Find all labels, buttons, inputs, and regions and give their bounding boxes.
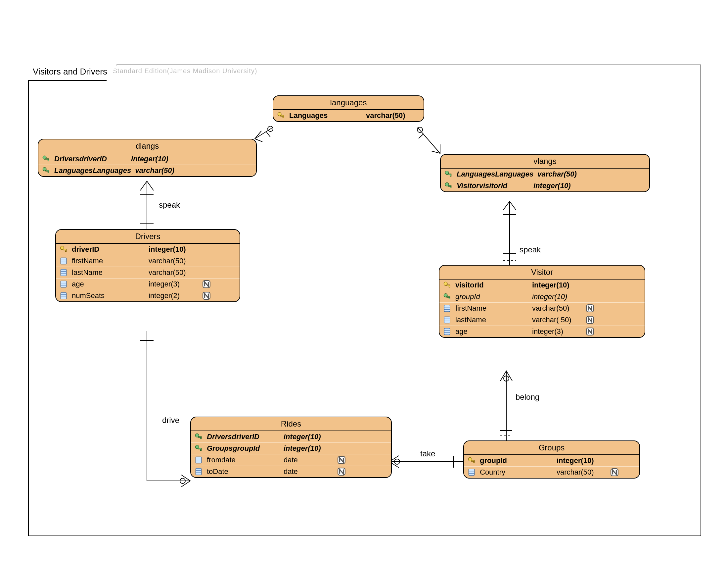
foreign-key-icon: [443, 293, 451, 301]
label-belong: belong: [516, 393, 539, 402]
column-row[interactable]: GroupsgroupIdinteger(10): [191, 443, 391, 454]
column-row[interactable]: VisitorvisitorIdinteger(10): [441, 180, 649, 191]
foreign-key-icon: [194, 433, 203, 441]
nullable-icon: [337, 467, 346, 476]
entity-title: languages: [273, 96, 424, 110]
entity-drivers[interactable]: DriversdriverIDinteger(10)firstNamevarch…: [55, 229, 240, 302]
column-row[interactable]: groupIdinteger(10): [464, 455, 639, 467]
entity-vlangs[interactable]: vlangsLanguagesLanguagesvarchar(50)Visit…: [440, 154, 650, 192]
column-type: varchar(50): [537, 170, 587, 178]
column-name: Languages: [289, 111, 362, 120]
nullable-icon: [202, 280, 211, 289]
column-name: groupId: [480, 456, 553, 465]
primary-key-icon: [59, 245, 68, 254]
column-row[interactable]: toDatedate: [191, 466, 391, 477]
entity-dlangs[interactable]: dlangsDriversdriverIDinteger(10)Language…: [38, 139, 257, 177]
entity-title: Groups: [464, 441, 639, 455]
column-row[interactable]: lastNamevarchar( 50): [439, 314, 645, 326]
column-type: integer(10): [532, 281, 582, 290]
nullable-icon: [202, 292, 211, 300]
column-row[interactable]: firstNamevarchar(50): [439, 303, 645, 314]
column-type: varchar( 50): [532, 316, 582, 324]
column-row[interactable]: LanguagesLanguagesvarchar(50): [38, 165, 256, 176]
column-name: VisitorvisitorId: [457, 181, 529, 190]
column-name: visitorId: [455, 281, 528, 290]
column-name: firstName: [455, 304, 528, 313]
column-type: integer(10): [533, 181, 583, 190]
diagram-stage: Visual Paradigm for UML Standard Edition…: [0, 0, 728, 563]
column-name: firstName: [72, 257, 145, 265]
entity-visitor[interactable]: VisitorvisitorIdinteger(10)groupIdintege…: [439, 265, 645, 338]
entity-title: Drivers: [56, 230, 240, 244]
column-row[interactable]: visitorIdinteger(10): [439, 279, 645, 291]
column-icon: [467, 468, 476, 477]
column-name: numSeats: [72, 292, 145, 300]
column-row[interactable]: lastNamevarchar(50): [56, 267, 240, 278]
nullable-icon: [337, 456, 346, 464]
column-type: integer(10): [557, 456, 606, 465]
entity-title: vlangs: [441, 155, 649, 168]
column-row[interactable]: fromdatedate: [191, 454, 391, 466]
column-row[interactable]: numSeatsinteger(2): [56, 290, 240, 302]
column-type: integer(2): [149, 292, 198, 300]
column-name: GroupsgroupId: [207, 444, 280, 453]
label-take: take: [420, 449, 435, 458]
column-row[interactable]: driverIDinteger(10): [56, 244, 240, 255]
column-type: integer(10): [131, 155, 181, 163]
foreign-key-icon: [42, 166, 50, 175]
column-icon: [59, 292, 68, 300]
column-name: Country: [480, 468, 553, 477]
column-type: date: [284, 467, 333, 476]
column-icon: [443, 316, 451, 324]
column-name: LanguagesLanguages: [457, 170, 533, 178]
column-row[interactable]: DriversdriverIDinteger(10): [191, 431, 391, 443]
column-name: groupId: [455, 293, 528, 301]
entity-rides[interactable]: RidesDriversdriverIDinteger(10)Groupsgro…: [190, 417, 392, 478]
entity-title: dlangs: [38, 139, 256, 153]
entity-groups[interactable]: GroupsgroupIdinteger(10)Countryvarchar(5…: [463, 441, 640, 479]
foreign-key-icon: [194, 444, 203, 453]
label-speak-1: speak: [159, 200, 180, 210]
entity-languages[interactable]: languagesLanguagesvarchar(50): [273, 95, 424, 122]
entity-title: Visitor: [439, 265, 645, 279]
column-type: integer(10): [532, 293, 582, 301]
column-icon: [194, 456, 203, 464]
primary-key-icon: [443, 281, 451, 290]
column-name: driverID: [72, 245, 145, 254]
foreign-key-icon: [42, 155, 50, 163]
column-row[interactable]: ageinteger(3): [56, 278, 240, 290]
label-drive: drive: [162, 416, 179, 425]
column-type: varchar(50): [532, 304, 582, 313]
column-icon: [194, 467, 203, 476]
column-type: varchar(50): [149, 257, 198, 265]
column-name: age: [72, 280, 145, 289]
column-row[interactable]: groupIdinteger(10): [439, 291, 645, 303]
column-row[interactable]: ageinteger(3): [439, 326, 645, 337]
column-type: integer(10): [284, 444, 333, 453]
column-icon: [443, 304, 451, 313]
nullable-icon: [610, 468, 619, 477]
column-row[interactable]: Countryvarchar(50): [464, 467, 639, 478]
column-row[interactable]: firstNamevarchar(50): [56, 255, 240, 267]
column-type: integer(10): [149, 245, 198, 254]
column-type: date: [284, 456, 333, 464]
column-name: age: [455, 327, 528, 336]
column-name: toDate: [207, 467, 280, 476]
column-row[interactable]: LanguagesLanguagesvarchar(50): [441, 168, 649, 180]
column-row[interactable]: DriversdriverIDinteger(10): [38, 153, 256, 165]
column-type: integer(3): [532, 327, 582, 336]
primary-key-icon: [467, 456, 476, 465]
column-row[interactable]: Languagesvarchar(50): [273, 110, 424, 121]
diagram-title-tab: Visitors and Drivers: [28, 65, 117, 81]
column-name: DriversdriverID: [54, 155, 127, 163]
column-icon: [59, 280, 68, 289]
column-name: lastName: [72, 268, 145, 277]
foreign-key-icon: [444, 181, 453, 190]
nullable-icon: [586, 316, 594, 324]
column-type: integer(10): [284, 433, 333, 441]
nullable-icon: [586, 304, 594, 313]
column-name: DriversdriverID: [207, 433, 280, 441]
column-name: LanguagesLanguages: [54, 166, 131, 175]
column-icon: [59, 268, 68, 277]
column-icon: [59, 257, 68, 265]
